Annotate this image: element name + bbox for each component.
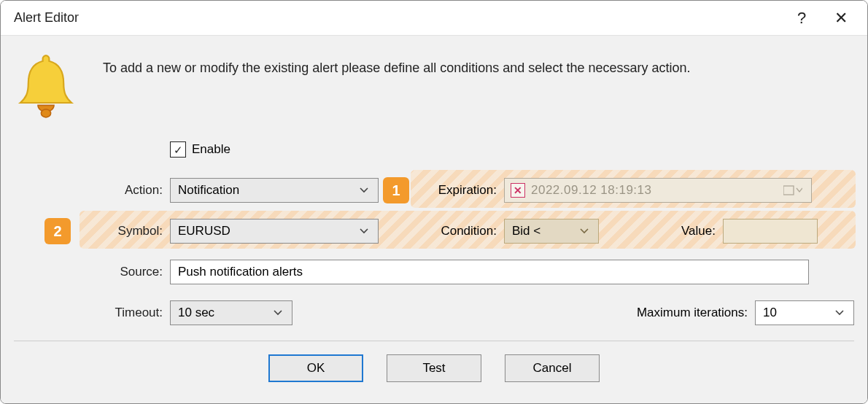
timeout-dropdown[interactable]: 10 sec — [170, 300, 292, 325]
form: ✓ Enable Action: Notification 1 Expirati… — [80, 129, 854, 333]
value-label: Value: — [599, 224, 723, 238]
callout-badge-1: 1 — [383, 177, 409, 203]
svg-rect-1 — [783, 186, 794, 195]
bell-icon — [14, 50, 78, 123]
close-button[interactable]: ✕ — [828, 5, 854, 31]
chevron-down-icon — [357, 228, 371, 234]
action-value: Notification — [178, 183, 357, 198]
intro-text: To add a new or modify the existing aler… — [103, 50, 690, 76]
max-iterations-value: 10 — [763, 306, 833, 320]
timeout-row: Timeout: 10 sec Maximum iterations: 10 — [80, 292, 854, 333]
dialog-body: To add a new or modify the existing aler… — [1, 36, 867, 403]
expiration-field[interactable]: ✕ 2022.09.12 18:19:13 — [504, 178, 812, 203]
intro-row: To add a new or modify the existing aler… — [14, 50, 854, 123]
timeout-label: Timeout: — [80, 306, 170, 320]
action-dropdown[interactable]: Notification — [170, 178, 379, 203]
symbol-dropdown[interactable]: EURUSD — [170, 219, 379, 244]
chevron-down-icon — [833, 310, 846, 316]
checkbox-icon: ✓ — [170, 141, 186, 158]
symbol-label: Symbol: — [80, 224, 170, 238]
source-value: Push notification alerts — [178, 265, 303, 279]
alert-editor-window: Alert Editor ? ✕ To add a new or modify … — [0, 0, 868, 404]
value-input[interactable] — [723, 219, 818, 244]
chevron-down-icon — [271, 310, 284, 316]
test-button[interactable]: Test — [387, 354, 481, 382]
enable-label: Enable — [192, 142, 230, 157]
action-row: Action: Notification 1 Expiration: ✕ 202… — [80, 170, 854, 211]
expiration-label: Expiration: — [414, 183, 504, 198]
symbol-value: EURUSD — [178, 224, 357, 238]
help-button[interactable]: ? — [788, 5, 815, 31]
calendar-dropdown-icon[interactable] — [780, 184, 805, 196]
max-iterations-label: Maximum iterations: — [621, 306, 755, 320]
enable-checkbox[interactable]: ✓ Enable — [170, 141, 230, 158]
action-label: Action: — [80, 183, 170, 198]
max-iterations-dropdown[interactable]: 10 — [755, 300, 854, 325]
enable-row: ✓ Enable — [80, 129, 854, 170]
timeout-value: 10 sec — [178, 306, 271, 320]
condition-value: Bid < — [512, 224, 578, 238]
ok-button[interactable]: OK — [268, 354, 363, 382]
condition-label: Condition: — [379, 224, 504, 238]
expiration-value: 2022.09.12 18:19:13 — [531, 183, 775, 198]
svg-point-0 — [41, 109, 50, 117]
condition-dropdown[interactable]: Bid < — [504, 219, 599, 244]
symbol-row: 2 Symbol: EURUSD Condition: Bid < Value: — [80, 211, 854, 252]
source-input[interactable]: Push notification alerts — [170, 260, 809, 284]
button-bar: OK Test Cancel — [14, 341, 854, 382]
chevron-down-icon — [578, 228, 591, 234]
callout-badge-2: 2 — [44, 218, 71, 244]
source-label: Source: — [80, 265, 170, 279]
window-title: Alert Editor — [14, 10, 79, 26]
source-row: Source: Push notification alerts — [80, 252, 854, 292]
cancel-button[interactable]: Cancel — [505, 354, 600, 382]
chevron-down-icon — [357, 187, 371, 193]
titlebar: Alert Editor ? ✕ — [1, 1, 867, 36]
clear-x-icon[interactable]: ✕ — [511, 183, 525, 198]
